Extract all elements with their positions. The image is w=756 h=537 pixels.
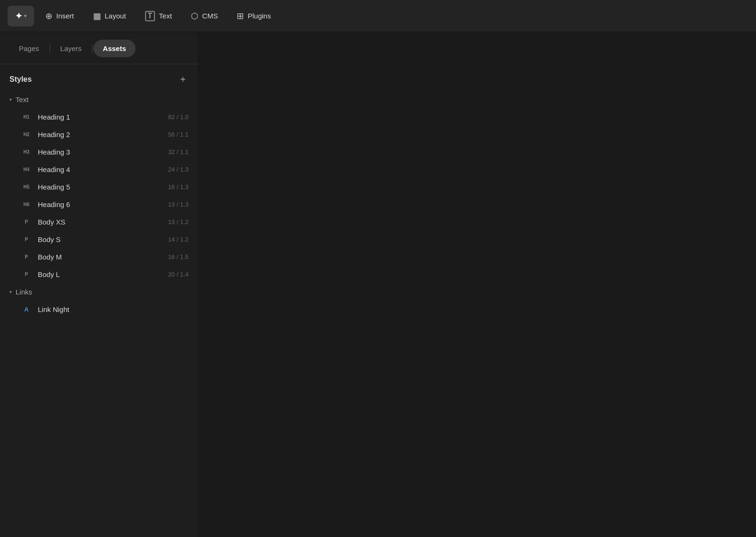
list-item[interactable]: H5 Heading 5 16 / 1.3 [4, 178, 194, 196]
list-item[interactable]: A Link Night [4, 301, 194, 318]
list-item[interactable]: P Body M 16 / 1.5 [4, 248, 194, 266]
sidebar: Pages Layers Assets Styles + ▾ Text H1 H… [0, 32, 198, 537]
list-item[interactable]: H1 Heading 1 82 / 1.0 [4, 108, 194, 126]
styles-header: Styles + [0, 64, 198, 91]
main-layout: Pages Layers Assets Styles + ▾ Text H1 H… [0, 32, 756, 537]
h4-tag: H4 [21, 167, 32, 172]
heading3-name: Heading 3 [38, 148, 163, 156]
body-s-value: 14 / 1.2 [168, 236, 189, 243]
list-item[interactable]: P Body XS 13 / 1.2 [4, 213, 194, 231]
text-section: ▾ Text H1 Heading 1 82 / 1.0 H2 Heading … [0, 91, 198, 283]
layout-button[interactable]: ▦ Layout [86, 7, 134, 25]
list-item[interactable]: P Body L 20 / 1.4 [4, 266, 194, 283]
tab-divider-1 [50, 44, 50, 53]
tab-assets[interactable]: Assets [94, 40, 136, 57]
heading6-value: 13 / 1.3 [168, 201, 189, 208]
insert-label: Insert [56, 12, 74, 20]
text-style-items: H1 Heading 1 82 / 1.0 H2 Heading 2 56 / … [4, 108, 194, 283]
insert-icon: ⊕ [45, 11, 52, 21]
cms-icon: ⬡ [191, 11, 198, 21]
body-xs-value: 13 / 1.2 [168, 218, 189, 225]
p-tag-m: P [21, 254, 32, 260]
plugins-icon: ⊞ [237, 11, 244, 21]
add-style-button[interactable]: + [177, 74, 189, 85]
link-night-name: Link Night [38, 305, 183, 313]
links-section-chevron-icon: ▾ [9, 289, 12, 294]
links-section: ▾ Links A Link Night [0, 283, 198, 318]
heading2-value: 56 / 1.1 [168, 131, 189, 138]
h3-tag: H3 [21, 149, 32, 155]
heading4-value: 24 / 1.3 [168, 166, 189, 173]
p-tag-xs: P [21, 219, 32, 225]
heading5-value: 16 / 1.3 [168, 183, 189, 191]
text-section-chevron-icon: ▾ [9, 97, 12, 102]
list-item[interactable]: H3 Heading 3 32 / 1.1 [4, 143, 194, 161]
tab-bar: Pages Layers Assets [0, 32, 198, 57]
logo-button[interactable]: ✦ ▾ [8, 6, 34, 26]
h2-tag: H2 [21, 132, 32, 137]
cms-label: CMS [202, 12, 218, 20]
body-s-name: Body S [38, 235, 163, 243]
h1-tag: H1 [21, 114, 32, 120]
logo-chevron-icon: ▾ [24, 13, 26, 18]
cms-button[interactable]: ⬡ CMS [183, 7, 225, 25]
heading5-name: Heading 5 [38, 183, 163, 191]
list-item[interactable]: P Body S 14 / 1.2 [4, 231, 194, 248]
heading1-name: Heading 1 [38, 113, 163, 121]
styles-title: Styles [9, 75, 32, 84]
body-xs-name: Body XS [38, 218, 163, 226]
heading3-value: 32 / 1.1 [168, 148, 189, 156]
links-section-header[interactable]: ▾ Links [4, 283, 194, 301]
p-tag-s: P [21, 237, 32, 242]
a-tag: A [21, 306, 32, 313]
heading1-value: 82 / 1.0 [168, 113, 189, 121]
body-m-value: 16 / 1.5 [168, 253, 189, 260]
heading4-name: Heading 4 [38, 165, 163, 173]
heading2-name: Heading 2 [38, 130, 163, 139]
text-section-label: Text [16, 95, 29, 104]
text-label: Text [159, 12, 172, 20]
layout-icon: ▦ [93, 11, 101, 21]
tab-divider-2 [92, 44, 93, 53]
heading6-name: Heading 6 [38, 200, 163, 208]
links-section-label: Links [16, 288, 32, 296]
text-section-header[interactable]: ▾ Text [4, 91, 194, 108]
canvas-area [198, 32, 756, 537]
links-style-items: A Link Night [4, 301, 194, 318]
plugins-label: Plugins [248, 12, 271, 20]
text-icon: T [145, 11, 155, 21]
body-m-name: Body M [38, 253, 163, 261]
list-item[interactable]: H6 Heading 6 13 / 1.3 [4, 196, 194, 213]
body-l-value: 20 / 1.4 [168, 271, 189, 278]
h5-tag: H5 [21, 184, 32, 190]
tab-pages[interactable]: Pages [9, 40, 49, 57]
tab-layers[interactable]: Layers [51, 40, 91, 57]
insert-button[interactable]: ⊕ Insert [38, 7, 82, 25]
layout-label: Layout [105, 12, 126, 20]
p-tag-l: P [21, 272, 32, 277]
topbar: ✦ ▾ ⊕ Insert ▦ Layout T Text ⬡ CMS ⊞ Plu… [0, 0, 756, 32]
h6-tag: H6 [21, 202, 32, 207]
text-button[interactable]: T Text [137, 7, 180, 25]
list-item[interactable]: H4 Heading 4 24 / 1.3 [4, 161, 194, 178]
list-item[interactable]: H2 Heading 2 56 / 1.1 [4, 126, 194, 143]
body-l-name: Body L [38, 270, 163, 278]
logo-icon: ✦ [15, 11, 22, 21]
plugins-button[interactable]: ⊞ Plugins [229, 7, 278, 25]
